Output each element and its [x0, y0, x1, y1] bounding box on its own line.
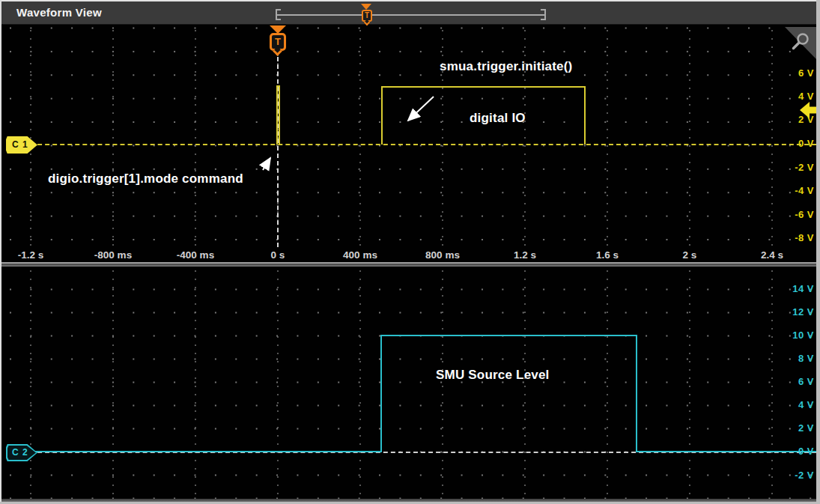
time-axis-label: -800 ms [94, 249, 132, 261]
oscilloscope-window: Waveform View T T C 1 C 2 6 V 4 V 2 V 0 … [0, 0, 820, 504]
time-axis-label: -400 ms [177, 249, 214, 261]
y-axis-label: 4 V [798, 399, 814, 410]
annotation-digio-trigger-mode: digio.trigger[1].mode command [48, 171, 243, 186]
y-axis-label: 2 V [798, 422, 814, 434]
window-border [0, 0, 820, 1]
y-axis-label: 10 V [792, 330, 814, 341]
annotation-smu-source-level: SMU Source Level [436, 368, 550, 383]
ch2-baseline-right [636, 451, 816, 452]
time-axis-label: 0 s [271, 249, 285, 261]
ch2-baseline-left [34, 451, 380, 452]
time-axis-label: 1.2 s [514, 249, 536, 261]
ch2-trace-pulse [380, 335, 637, 452]
plot-separator[interactable] [1, 262, 816, 267]
y-axis-label: -4 V [795, 185, 814, 196]
y-axis-label: 0 V [798, 138, 814, 149]
y-axis-label: 6 V [798, 376, 814, 387]
y-axis-label: -8 V [795, 232, 814, 243]
time-axis-label: 1.6 s [596, 249, 619, 261]
slider-trigger-arrow-icon[interactable] [361, 4, 371, 10]
time-axis-label: 800 ms [425, 249, 460, 261]
slider-left-bracket[interactable] [276, 9, 281, 20]
slider-right-bracket[interactable] [541, 9, 546, 20]
y-axis-label: 12 V [792, 306, 814, 318]
title-bar [1, 1, 816, 25]
y-axis-label: -2 V [795, 470, 814, 481]
time-axis-label: -1.2 s [18, 249, 44, 261]
y-axis-label: 0 V [798, 446, 814, 457]
window-border [816, 0, 820, 504]
time-axis-label: 2.4 s [761, 249, 783, 261]
ch1-trace-spike [276, 85, 280, 145]
y-axis-label: 14 V [792, 283, 814, 294]
window-title: Waveform View [16, 6, 102, 19]
time-axis-label: 400 ms [343, 249, 377, 261]
window-border [0, 0, 1, 504]
trigger-position-slider[interactable] [277, 14, 544, 16]
y-axis-label: -2 V [795, 162, 814, 173]
annotation-smua-trigger-initiate: smua.trigger.initiate() [440, 59, 572, 74]
y-axis-label: 6 V [798, 67, 814, 79]
y-axis-label: 2 V [798, 114, 814, 125]
y-axis-label: 4 V [798, 91, 814, 102]
y-axis-label: 8 V [798, 353, 814, 364]
time-axis-label: 2 s [683, 249, 697, 261]
y-axis-label: -6 V [795, 209, 814, 220]
annotation-digital-io: digital IO [470, 111, 526, 126]
